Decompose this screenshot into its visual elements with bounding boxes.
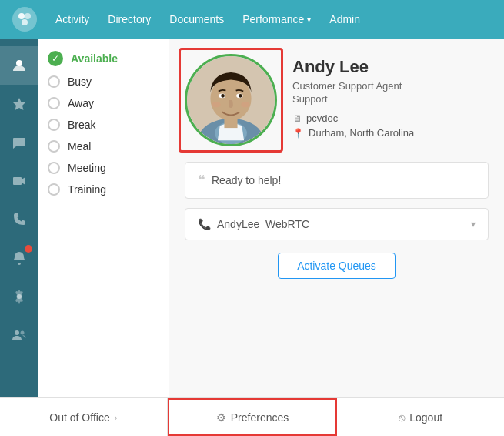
nav-admin[interactable]: Admin <box>329 10 360 29</box>
nav-activity[interactable]: Activity <box>55 10 89 29</box>
profile-role: Customer Support Agent <box>292 80 489 92</box>
sidebar-item-people[interactable] <box>0 316 38 354</box>
profile-location: 📍 Durham, North Carolina <box>292 127 489 139</box>
status-break[interactable]: Break <box>48 119 159 131</box>
phone-station-label: AndyLee_WebRTC <box>217 218 309 230</box>
main-layout: ✓ Available Busy Away Break Meal Meeting… <box>0 39 504 436</box>
sidebar-item-phone[interactable] <box>0 200 38 239</box>
phone-info: 📞 AndyLee_WebRTC <box>198 218 309 230</box>
status-meal[interactable]: Meal <box>48 140 159 153</box>
phone-dropdown-icon: ▾ <box>471 219 476 230</box>
bottom-bar: Out of Office › ⚙ Preferences ⎋ Logout <box>0 397 504 436</box>
out-of-office-button[interactable]: Out of Office › <box>0 398 168 436</box>
busy-radio <box>48 75 60 88</box>
logout-icon: ⎋ <box>399 411 405 424</box>
profile-header: Andy Lee Customer Support Agent Support … <box>169 39 504 162</box>
status-training[interactable]: Training <box>48 183 159 196</box>
meal-radio <box>48 140 60 153</box>
status-away[interactable]: Away <box>48 97 159 109</box>
app-logo[interactable] <box>12 7 37 32</box>
top-navigation: Activity Directory Documents Performance… <box>0 0 504 39</box>
status-panel: ✓ Available Busy Away Break Meal Meeting… <box>38 39 169 436</box>
svg-point-0 <box>18 13 25 19</box>
preferences-label: Preferences <box>231 411 289 424</box>
sidebar <box>0 39 38 436</box>
status-meeting[interactable]: Meeting <box>48 162 159 174</box>
status-available[interactable]: ✓ Available <box>48 51 159 66</box>
sidebar-item-settings[interactable] <box>0 277 38 316</box>
profile-computer: 🖥 pcvdoc <box>292 112 489 124</box>
logout-button[interactable]: ⎋ Logout <box>337 398 504 436</box>
activate-queues-wrapper: Activate Queues <box>169 253 504 279</box>
away-radio <box>48 97 60 109</box>
location-icon: 📍 <box>292 128 304 139</box>
svg-point-8 <box>21 331 25 335</box>
svg-point-1 <box>25 13 31 19</box>
status-busy[interactable]: Busy <box>48 75 159 88</box>
out-of-office-arrow-icon: › <box>115 413 118 422</box>
sidebar-item-user[interactable] <box>0 46 38 85</box>
svg-point-2 <box>22 19 28 25</box>
logout-label: Logout <box>409 411 442 424</box>
nav-directory[interactable]: Directory <box>108 10 151 29</box>
status-message-box[interactable]: ❝ Ready to help! <box>185 162 489 199</box>
avatar-selection-border <box>179 48 283 153</box>
svg-point-7 <box>15 330 19 335</box>
svg-marker-4 <box>13 98 25 110</box>
notification-badge <box>25 245 32 253</box>
profile-meta: 🖥 pcvdoc 📍 Durham, North Carolina <box>292 112 489 139</box>
phone-selector[interactable]: 📞 AndyLee_WebRTC ▾ <box>185 208 489 240</box>
performance-chevron-icon: ▾ <box>307 15 311 24</box>
nav-documents[interactable]: Documents <box>169 10 224 29</box>
sidebar-item-star[interactable] <box>0 85 38 123</box>
profile-name: Andy Lee <box>292 57 489 77</box>
sidebar-item-video[interactable] <box>0 162 38 200</box>
sidebar-item-chat[interactable] <box>0 123 38 162</box>
computer-icon: 🖥 <box>292 113 302 124</box>
profile-department: Support <box>292 93 489 105</box>
activate-queues-button[interactable]: Activate Queues <box>278 253 396 279</box>
meeting-radio <box>48 162 60 174</box>
svg-point-3 <box>16 60 22 66</box>
profile-panel: Andy Lee Customer Support Agent Support … <box>169 39 504 436</box>
quote-icon: ❝ <box>198 172 205 189</box>
preferences-button[interactable]: ⚙ Preferences <box>168 398 338 436</box>
profile-info: Andy Lee Customer Support Agent Support … <box>292 54 489 139</box>
available-check-icon: ✓ <box>48 51 63 66</box>
svg-rect-5 <box>13 177 22 185</box>
status-message-text: Ready to help! <box>212 174 281 186</box>
avatar-container <box>185 54 277 146</box>
sidebar-item-notifications[interactable] <box>0 239 38 277</box>
nav-performance[interactable]: Performance ▾ <box>242 10 311 29</box>
break-radio <box>48 119 60 131</box>
phone-selector-icon: 📞 <box>198 218 211 230</box>
preferences-gear-icon: ⚙ <box>216 411 226 424</box>
training-radio <box>48 183 60 196</box>
out-of-office-label: Out of Office <box>49 411 109 424</box>
